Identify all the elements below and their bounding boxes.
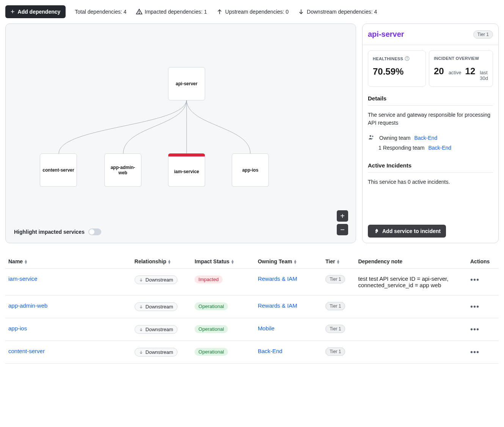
th-team[interactable]: Owning Team▲▼ [255, 255, 323, 269]
graph-node-app-ios[interactable]: app-ios [232, 153, 269, 187]
team-link[interactable]: Rewards & IAM [258, 302, 297, 309]
upstream-label: Upstream dependencies: 0 [225, 9, 289, 15]
arrow-down-icon [139, 350, 143, 355]
relationship-pill: Downstream [135, 348, 177, 357]
tier-badge: Tier 1 [325, 302, 345, 310]
service-link[interactable]: content-server [8, 348, 45, 354]
arrow-down-icon [298, 8, 305, 15]
details-body: The service and gateway responsible for … [363, 106, 498, 159]
svg-point-12 [372, 136, 373, 137]
team-icon [368, 134, 375, 142]
service-link[interactable]: iam-service [8, 275, 38, 282]
dependency-note: test test API service ID = api-server, c… [355, 269, 467, 296]
incident-active-label: active [449, 70, 462, 75]
sort-icon[interactable]: ▲▼ [293, 260, 297, 264]
health-label-text: HEALTHINESS [373, 56, 403, 61]
add-service-to-incident-button[interactable]: Add service to incident [368, 225, 446, 238]
stat-impacted-dependencies: Impacted dependencies: 1 [136, 8, 207, 15]
sort-icon[interactable]: ▲▼ [231, 260, 234, 264]
downstream-label: Downstream dependencies: 4 [307, 9, 377, 15]
highlight-impacted-row: Highlight impacted services [14, 228, 101, 235]
row-actions-menu[interactable]: ••• [470, 348, 479, 356]
incident-overview-card: INCIDENT OVERVIEW 20 active 12 last 30d [429, 50, 493, 87]
dependencies-table: Name▲▼ Relationship▲▼ Impact Status▲▼ Ow… [5, 255, 499, 364]
service-title: api-server [368, 30, 404, 39]
incident-last30d-count: 12 [465, 66, 476, 77]
warning-icon [136, 8, 143, 15]
graph-node-content-server[interactable]: content-server [40, 153, 77, 187]
highlight-impacted-toggle[interactable] [88, 228, 101, 235]
zoom-out-button[interactable]: − [337, 224, 348, 235]
tier-badge: Tier 1 [325, 325, 345, 333]
zoom-controls: + − [337, 210, 348, 235]
graph-edges [6, 24, 356, 243]
node-label: iam-service [174, 169, 199, 174]
incident-last30d-label: last 30d [480, 70, 488, 81]
metric-cards: HEALTHINESS 70.59% INCIDENT OVERVIEW 20 … [363, 45, 498, 92]
sort-icon[interactable]: ▲▼ [24, 260, 28, 264]
incident-overview-label: INCIDENT OVERVIEW [434, 56, 488, 61]
arrow-down-icon [139, 278, 143, 282]
svg-point-11 [370, 135, 372, 137]
graph-node-api-server[interactable]: api-server [168, 67, 205, 100]
sort-icon[interactable]: ▲▼ [336, 260, 340, 264]
th-relationship[interactable]: Relationship▲▼ [132, 255, 192, 269]
graph-node-app-admin-web[interactable]: app-admin-web [104, 153, 141, 187]
service-link[interactable]: app-admin-web [8, 302, 47, 309]
team-link[interactable]: Back-End [258, 348, 283, 354]
dependency-note [355, 296, 467, 318]
table-row: app-ios Downstream Operational Mobile Ti… [5, 318, 499, 341]
service-side-panel: api-server Tier 1 HEALTHINESS 70.59% INC… [362, 23, 499, 243]
tier-badge: Tier 1 [325, 347, 345, 356]
active-incidents-text: This service has 0 active incidents. [368, 178, 493, 186]
impact-status-badge: Impacted [195, 275, 222, 283]
th-name[interactable]: Name▲▼ [5, 255, 132, 269]
top-bar: + Add dependency Total dependencies: 4 I… [5, 5, 499, 18]
table-row: iam-service Downstream Impacted Rewards … [5, 269, 499, 296]
active-incidents-heading: Active Incidents [368, 159, 493, 173]
svg-point-1 [139, 13, 140, 14]
incident-active-count: 20 [434, 66, 444, 77]
node-label: content-server [42, 167, 74, 173]
svg-point-10 [407, 57, 407, 58]
arrow-down-icon [139, 327, 143, 332]
owning-team-link[interactable]: Back-End [414, 135, 437, 141]
add-dependency-button[interactable]: + Add dependency [5, 5, 66, 18]
impact-status-badge: Operational [195, 348, 228, 356]
node-label: app-ios [242, 167, 259, 173]
side-panel-header: api-server Tier 1 [363, 24, 498, 45]
relationship-pill: Downstream [135, 325, 177, 334]
add-dependency-label: Add dependency [18, 9, 61, 15]
service-description: The service and gateway responsible for … [368, 111, 493, 127]
healthiness-value: 70.59% [373, 66, 421, 77]
incident-values: 20 active 12 last 30d [434, 66, 488, 81]
add-incident-label: Add service to incident [382, 228, 441, 234]
th-impact[interactable]: Impact Status▲▼ [192, 255, 254, 269]
stat-downstream-dependencies: Downstream dependencies: 4 [298, 8, 377, 15]
owning-team-label: Owning team [379, 135, 410, 141]
row-actions-menu[interactable]: ••• [470, 302, 479, 311]
team-link[interactable]: Mobile [258, 325, 275, 332]
zoom-in-button[interactable]: + [337, 210, 348, 222]
highlight-impacted-label: Highlight impacted services [14, 229, 85, 235]
team-link[interactable]: Rewards & IAM [258, 275, 297, 282]
healthiness-label: HEALTHINESS [373, 56, 421, 61]
th-note: Dependency note [355, 255, 467, 269]
th-actions: Actions [467, 255, 499, 269]
table-row: app-admin-web Downstream Operational Rew… [5, 296, 499, 318]
dependency-graph-panel[interactable]: api-server content-server app-admin-web … [5, 23, 356, 243]
node-label: api-server [176, 81, 197, 86]
info-icon [405, 56, 410, 61]
sort-icon[interactable]: ▲▼ [168, 260, 171, 264]
th-tier[interactable]: Tier▲▼ [322, 255, 355, 269]
responding-team-link[interactable]: Back-End [428, 145, 451, 151]
tier-badge: Tier 1 [325, 275, 345, 283]
dependency-note [355, 318, 467, 341]
responding-team-row: 1 Responding team Back-End [368, 145, 493, 151]
row-actions-menu[interactable]: ••• [470, 325, 479, 333]
graph-node-iam-service[interactable]: iam-service [168, 153, 205, 187]
row-actions-menu[interactable]: ••• [470, 275, 479, 284]
arrow-down-icon [139, 305, 143, 309]
service-link[interactable]: app-ios [8, 325, 27, 332]
impact-status-badge: Operational [195, 302, 228, 310]
